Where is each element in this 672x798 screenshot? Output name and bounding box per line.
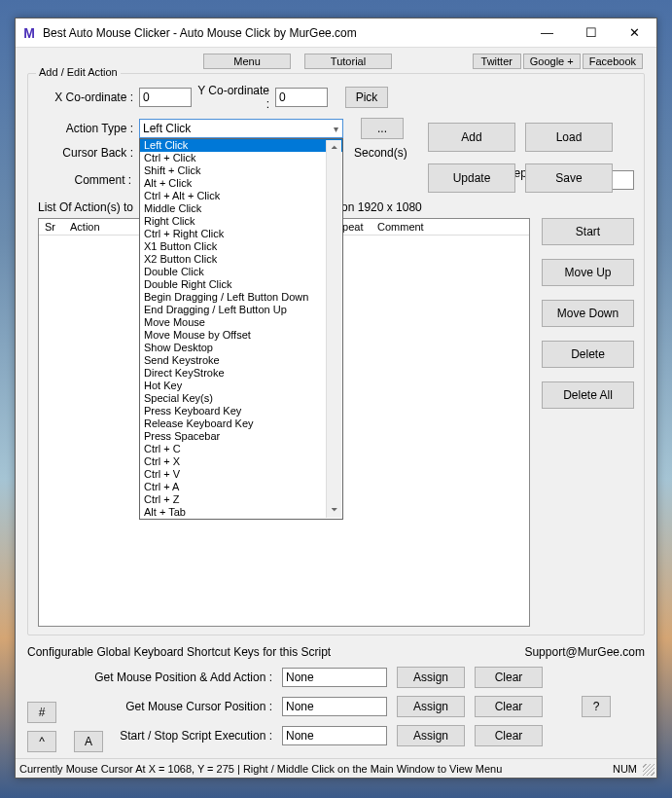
- close-button[interactable]: ✕: [613, 19, 656, 47]
- action-type-dropdown[interactable]: Left Click: [139, 119, 343, 138]
- menu-button[interactable]: Menu: [203, 54, 291, 69]
- window-title: Best Auto Mouse Clicker - Auto Mouse Cli…: [43, 26, 525, 40]
- xcoord-label: X Co-ordinate :: [38, 91, 133, 104]
- dropdown-item[interactable]: Alt + Click: [140, 177, 342, 190]
- add-button[interactable]: Add: [428, 123, 515, 152]
- dropdown-item[interactable]: Ctrl + C: [140, 443, 342, 455]
- dropdown-item[interactable]: Double Click: [140, 266, 342, 278]
- dropdown-item[interactable]: X2 Button Click: [140, 253, 342, 266]
- titlebar: M Best Auto Mouse Clicker - Auto Mouse C…: [16, 18, 656, 48]
- moveup-button[interactable]: Move Up: [542, 259, 634, 286]
- comment-label: Comment :: [38, 173, 131, 187]
- assign-button-1[interactable]: Assign: [397, 667, 465, 688]
- googleplus-link[interactable]: Google +: [523, 54, 581, 69]
- clear-button-1[interactable]: Clear: [475, 667, 543, 688]
- dropdown-item[interactable]: End Dragging / Left Button Up: [140, 304, 342, 316]
- ycoord-input[interactable]: [275, 88, 328, 107]
- dropdown-item[interactable]: Alt + Tab: [140, 506, 342, 519]
- caret-button[interactable]: ^: [27, 731, 56, 752]
- dropdown-item[interactable]: Move Mouse: [140, 316, 342, 329]
- group-title: Add / Edit Action: [36, 66, 121, 78]
- dropdown-item[interactable]: X1 Button Click: [140, 240, 342, 253]
- movedown-button[interactable]: Move Down: [542, 300, 634, 327]
- update-button[interactable]: Update: [428, 163, 515, 193]
- shortcut-input-2[interactable]: [282, 697, 387, 716]
- dropdown-item[interactable]: Ctrl + A: [140, 481, 342, 493]
- dropdown-item[interactable]: Release Keyboard Key: [140, 417, 342, 430]
- shortcuts-title: Configurable Global Keyboard Shortcut Ke…: [27, 645, 331, 659]
- dropdown-scrollbar[interactable]: [326, 140, 341, 518]
- bottom-left-buttons: # ^ A: [27, 702, 103, 752]
- a-button[interactable]: A: [74, 731, 103, 752]
- tutorial-button[interactable]: Tutorial: [304, 54, 392, 69]
- dropdown-item[interactable]: Double Right Click: [140, 278, 342, 291]
- dropdown-list[interactable]: Left ClickCtrl + ClickShift + ClickAlt +…: [139, 138, 343, 520]
- dropdown-item[interactable]: Special Key(s): [140, 392, 342, 405]
- th-sr: Sr: [39, 219, 64, 235]
- dropdown-item[interactable]: Move Mouse by Offset: [140, 329, 342, 342]
- clear-button-3[interactable]: Clear: [475, 725, 543, 746]
- th-comment: Comment: [371, 219, 430, 235]
- right-button-col: Add Load Update Save: [428, 123, 622, 193]
- save-button[interactable]: Save: [525, 163, 613, 193]
- pick-button[interactable]: Pick: [345, 87, 388, 108]
- twitter-link[interactable]: Twitter: [473, 54, 521, 69]
- dropdown-selected-text: Left Click: [143, 122, 191, 135]
- shortcut-input-3[interactable]: [282, 726, 387, 745]
- dropdown-item[interactable]: Begin Dragging / Left Button Down: [140, 291, 342, 304]
- dropdown-item[interactable]: Ctrl + V: [140, 468, 342, 481]
- facebook-link[interactable]: Facebook: [583, 54, 643, 69]
- dropdown-item[interactable]: Press Spacebar: [140, 430, 342, 443]
- shortcut-row-3: Start / Stop Script Execution : Assign C…: [27, 725, 645, 746]
- dropdown-item[interactable]: Show Desktop: [140, 342, 342, 354]
- ellipsis-button[interactable]: ...: [361, 118, 404, 139]
- hash-button[interactable]: #: [27, 702, 56, 723]
- app-icon: M: [21, 25, 37, 41]
- dropdown-item[interactable]: Middle Click: [140, 202, 342, 215]
- seconds-label: Second(s): [354, 146, 407, 160]
- dropdown-item[interactable]: Right Click: [140, 215, 342, 228]
- status-text: Currently Mouse Cursor At X = 1068, Y = …: [19, 763, 502, 775]
- dropdown-item[interactable]: Shift + Click: [140, 164, 342, 177]
- shortcuts-header: Configurable Global Keyboard Shortcut Ke…: [27, 645, 645, 659]
- list-side-buttons: Start Move Up Move Down Delete Delete Al…: [542, 218, 634, 627]
- coord-row: X Co-ordinate : Y Co-ordinate : Pick: [38, 84, 634, 111]
- numlock-indicator: NUM: [613, 763, 637, 775]
- start-button[interactable]: Start: [542, 218, 634, 245]
- th-action: Action: [64, 219, 113, 235]
- dropdown-item[interactable]: Hot Key: [140, 380, 342, 392]
- dropdown-item[interactable]: Direct KeyStroke: [140, 367, 342, 380]
- load-button[interactable]: Load: [525, 123, 613, 152]
- support-link[interactable]: Support@MurGee.com: [524, 645, 645, 659]
- dropdown-item[interactable]: Ctrl + X: [140, 455, 342, 468]
- resize-grip[interactable]: [643, 764, 654, 776]
- deleteall-button[interactable]: Delete All: [542, 381, 634, 409]
- main-window: M Best Auto Mouse Clicker - Auto Mouse C…: [15, 18, 657, 779]
- cursor-back-label: Cursor Back :: [38, 146, 133, 160]
- list-of-label: List Of Action(s) to: [38, 200, 133, 214]
- dropdown-item[interactable]: Send Keystroke: [140, 354, 342, 367]
- shortcut-row-2: Get Mouse Cursor Position : Assign Clear…: [27, 696, 645, 717]
- dropdown-item[interactable]: Ctrl + Z: [140, 493, 342, 506]
- dropdown-item[interactable]: Press Keyboard Key: [140, 405, 342, 417]
- shortcut-label-1: Get Mouse Position & Add Action :: [27, 671, 272, 684]
- minimize-button[interactable]: —: [525, 19, 569, 47]
- shortcut-input-1[interactable]: [282, 668, 387, 687]
- clear-button-2[interactable]: Clear: [475, 696, 543, 717]
- content-area: Menu Tutorial Twitter Google + Facebook …: [16, 48, 656, 758]
- assign-button-3[interactable]: Assign: [397, 725, 465, 746]
- dropdown-item[interactable]: Ctrl + Alt + Click: [140, 190, 342, 202]
- add-edit-group: Add / Edit Action X Co-ordinate : Y Co-o…: [27, 73, 645, 635]
- xcoord-input[interactable]: [139, 88, 192, 107]
- window-controls: — ☐ ✕: [525, 19, 656, 47]
- menu-buttons: Menu Tutorial: [203, 54, 392, 69]
- maximize-button[interactable]: ☐: [569, 19, 613, 47]
- dropdown-item[interactable]: Left Click: [140, 139, 342, 152]
- delete-button[interactable]: Delete: [542, 341, 634, 368]
- shortcut-row-1: Get Mouse Position & Add Action : Assign…: [27, 667, 645, 688]
- action-type-dropdown-wrap: Left Click Left ClickCtrl + ClickShift +…: [139, 119, 343, 138]
- dropdown-item[interactable]: Ctrl + Click: [140, 152, 342, 164]
- assign-button-2[interactable]: Assign: [397, 696, 465, 717]
- help-button[interactable]: ?: [582, 696, 611, 717]
- dropdown-item[interactable]: Ctrl + Right Click: [140, 228, 342, 240]
